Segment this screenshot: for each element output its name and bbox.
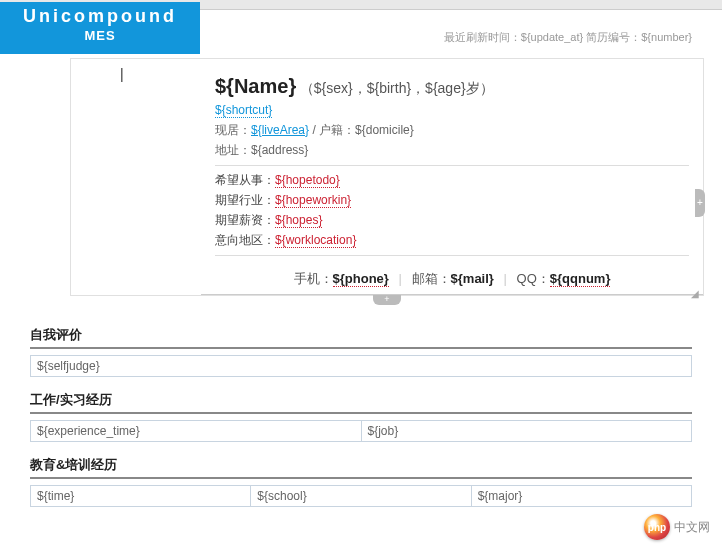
school-field[interactable]: ${school}	[251, 486, 471, 506]
resize-handle-icon[interactable]	[691, 283, 701, 293]
paren-open: （	[300, 80, 314, 96]
cursor-caret-icon: |	[120, 66, 124, 82]
watermark: php 中文网	[644, 514, 710, 540]
domicile-variable[interactable]: ${domicile}	[355, 123, 414, 137]
meta-info: 最近刷新时间：${update_at} 简历编号：${number}	[444, 30, 692, 45]
refresh-label: 最近刷新时间：	[444, 31, 521, 43]
brand-logo: Unicompound MES	[0, 2, 200, 54]
mail-variable[interactable]: ${mail}	[451, 271, 494, 286]
name-line: ${Name} （${sex}，${birth}，${age}岁）	[215, 75, 689, 98]
hope-location-label: 意向地区：	[215, 233, 275, 247]
hope-location-variable[interactable]: ${worklocation}	[275, 233, 356, 248]
address-line: 地址：${address}	[215, 142, 689, 159]
qq-variable[interactable]: ${qqnum}	[550, 271, 611, 287]
job-field[interactable]: ${job}	[362, 421, 692, 441]
address-variable[interactable]: ${address}	[251, 143, 308, 157]
sex-variable[interactable]: ${sex}	[314, 80, 353, 96]
mail-label: 邮箱：	[412, 271, 451, 286]
phone-label: 手机：	[294, 271, 333, 286]
hope-todo-line: 希望从事：${hopetodo}	[215, 172, 689, 189]
contact-bar: 手机：${phone} | 邮箱：${mail} | QQ：${qqnum}	[215, 262, 689, 294]
hope-todo-variable[interactable]: ${hopetodo}	[275, 173, 340, 188]
add-below-handle[interactable]: +	[373, 295, 401, 305]
add-right-handle[interactable]: +	[695, 189, 705, 217]
brand-subtitle: MES	[0, 28, 200, 43]
page: Unicompound MES 最近刷新时间：${update_at} 简历编号…	[0, 0, 722, 546]
hope-salary-line: 期望薪资：${hopes}	[215, 212, 689, 229]
section-education: 教育&培训经历 ${time} ${school} ${major}	[30, 456, 692, 507]
section-title: 自我评价	[30, 326, 692, 349]
refresh-var: ${update_at}	[521, 31, 583, 43]
age-variable[interactable]: ${age}	[425, 80, 466, 96]
comma2: ，	[411, 80, 425, 96]
hope-salary-label: 期望薪资：	[215, 213, 275, 227]
selfjudge-field[interactable]: ${selfjudge}	[30, 355, 692, 377]
separator: |	[399, 271, 402, 286]
name-variable[interactable]: ${Name}	[215, 75, 296, 97]
hope-todo-label: 希望从事：	[215, 173, 275, 187]
resume-id-var: ${number}	[641, 31, 692, 43]
phone-variable[interactable]: ${phone}	[333, 271, 389, 287]
hope-industry-variable[interactable]: ${hopeworkin}	[275, 193, 351, 208]
live-label: 现居：	[215, 123, 251, 137]
section-title: 工作/实习经历	[30, 391, 692, 414]
divider	[215, 255, 689, 256]
residence-line: 现居：${liveArea} / 户籍：${domicile}	[215, 122, 689, 139]
livearea-variable[interactable]: ${liveArea}	[251, 123, 309, 137]
experience-time-field[interactable]: ${experience_time}	[31, 421, 362, 441]
separator: |	[504, 271, 507, 286]
brand-title: Unicompound	[0, 6, 200, 27]
work-row: ${experience_time} ${job}	[30, 420, 692, 442]
resume-header-card[interactable]: ${Name} （${sex}，${birth}，${age}岁） ${shor…	[201, 65, 703, 295]
hope-salary-variable[interactable]: ${hopes}	[275, 213, 322, 228]
address-label: 地址：	[215, 143, 251, 157]
php-logo-icon: php	[644, 514, 670, 540]
edu-row: ${time} ${school} ${major}	[30, 485, 692, 507]
editor-canvas[interactable]: ${Name} （${sex}，${birth}，${age}岁） ${shor…	[70, 58, 704, 296]
section-title: 教育&培训经历	[30, 456, 692, 479]
comma1: ，	[353, 80, 367, 96]
domicile-label: 户籍：	[319, 123, 355, 137]
major-field[interactable]: ${major}	[472, 486, 691, 506]
birth-variable[interactable]: ${birth}	[367, 80, 411, 96]
shortcut-variable[interactable]: ${shortcut}	[215, 103, 272, 118]
resume-id-label: 简历编号：	[583, 31, 641, 43]
section-self-evaluation: 自我评价 ${selfjudge}	[30, 326, 692, 377]
qq-label: QQ：	[517, 271, 550, 286]
hope-location-line: 意向地区：${worklocation}	[215, 232, 689, 249]
slash: /	[309, 123, 319, 137]
time-field[interactable]: ${time}	[31, 486, 251, 506]
hope-industry-line: 期望行业：${hopeworkin}	[215, 192, 689, 209]
hope-industry-label: 期望行业：	[215, 193, 275, 207]
section-work-experience: 工作/实习经历 ${experience_time} ${job}	[30, 391, 692, 442]
divider	[215, 165, 689, 166]
age-suffix: 岁）	[466, 80, 494, 96]
watermark-text: 中文网	[674, 519, 710, 536]
